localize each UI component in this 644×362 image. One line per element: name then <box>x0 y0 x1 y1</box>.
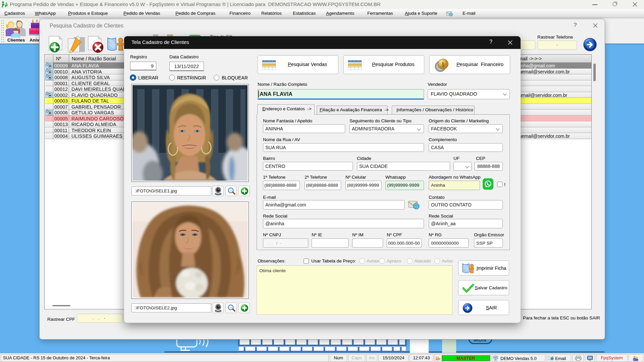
svg-text:§: § <box>441 61 445 68</box>
